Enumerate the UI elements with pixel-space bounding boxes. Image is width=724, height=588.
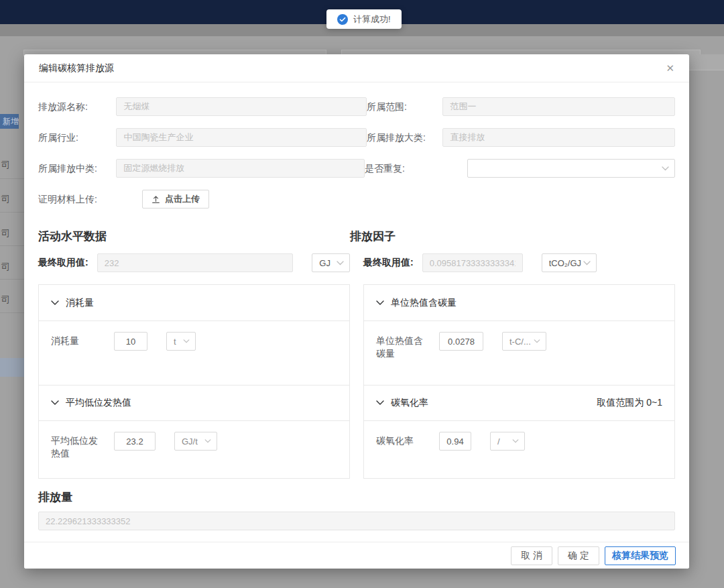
major-category-input — [442, 128, 675, 147]
chevron-down-icon — [583, 261, 591, 266]
background-row-text: 司 — [1, 193, 24, 205]
cancel-button[interactable]: 取 消 — [511, 546, 552, 565]
value-range-note: 取值范围为 0~1 — [597, 397, 662, 409]
scope-input — [442, 97, 675, 116]
consumption-section-header[interactable]: 消耗量 — [39, 285, 349, 321]
oxidation-rate-section-header[interactable]: 碳氧化率 取值范围为 0~1 — [364, 385, 674, 421]
heating-value-unit-select[interactable]: GJ/t — [174, 432, 217, 451]
oxidation-rate-body: 碳氧化率 / — [364, 421, 674, 478]
preview-result-button[interactable]: 核算结果预览 — [605, 546, 676, 565]
field-label: 所属行业: — [38, 128, 116, 147]
chevron-down-icon — [337, 261, 344, 266]
dialog-header: 编辑碳核算排放源 ✕ — [24, 54, 689, 82]
heating-value-section-header[interactable]: 平均低位发热值 — [39, 385, 349, 421]
consumption-unit-select[interactable]: t — [166, 332, 196, 351]
final-value-label: 最终取用值: — [38, 257, 88, 269]
oxidation-rate-unit-select[interactable]: / — [490, 432, 525, 451]
background-row-divider — [0, 212, 24, 213]
select-value: / — [497, 436, 512, 447]
field-upload: 证明材料上传: 点击上传 — [38, 190, 367, 209]
row-label: 消耗量 — [51, 332, 105, 347]
emission-result-input — [38, 512, 675, 530]
final-values-row: 最终取用值: GJ 最终取用值: tCO₂/GJ — [38, 253, 675, 284]
chevron-down-icon — [534, 339, 540, 343]
field-label: 是否重复: — [365, 159, 467, 178]
field-label: 所属范围: — [367, 97, 442, 116]
section-header-label: 平均低位发热值 — [66, 397, 131, 409]
activity-final-value: 最终取用值: GJ — [38, 253, 350, 272]
select-value: t-C/... — [509, 337, 534, 347]
chevron-down-icon — [376, 300, 384, 306]
background-selected-row — [0, 358, 24, 377]
industry-input — [116, 128, 367, 147]
background-row-divider — [0, 245, 24, 246]
field-major-category: 所属排放大类: — [367, 128, 675, 147]
screen: 新增 司 司 司 司 司 计算成功! 编辑碳核算排放源 ✕ 排放源名称: — [0, 0, 724, 588]
source-name-input — [116, 97, 367, 116]
field-is-duplicate: 是否重复: — [365, 159, 675, 178]
factor-panel: 单位热值含碳量 单位热值含碳量 t-C/... 碳氧化率 取值范围为 0~1 — [363, 284, 675, 479]
heating-value-input[interactable] — [114, 432, 156, 451]
background-table-fragment — [689, 54, 724, 70]
carbon-content-body: 单位热值含碳量 t-C/... — [364, 321, 674, 385]
section-titles: 活动水平数据 排放因子 — [38, 226, 675, 253]
detail-panels: 消耗量 消耗量 t 平均低位发热值 — [38, 284, 675, 479]
row-label: 平均低位发热值 — [51, 432, 105, 460]
emission-section-title: 排放量 — [38, 489, 675, 505]
form-row: 所属行业: 所属排放大类: — [38, 128, 675, 147]
activity-unit-select[interactable]: GJ — [312, 253, 350, 272]
chevron-down-icon — [376, 400, 384, 406]
success-toast: 计算成功! — [326, 9, 402, 29]
carbon-content-unit-select[interactable]: t-C/... — [502, 332, 546, 351]
background-add-button: 新增 — [0, 114, 19, 129]
form-row: 所属排放中类: 是否重复: — [38, 159, 675, 178]
background-row-text: 司 — [1, 227, 24, 239]
row-label: 碳氧化率 — [376, 432, 430, 447]
background-row-divider — [0, 312, 24, 313]
confirm-button[interactable]: 确 定 — [558, 546, 599, 565]
activity-panel: 消耗量 消耗量 t 平均低位发热值 — [38, 284, 350, 479]
field-label: 证明材料上传: — [38, 190, 142, 209]
chevron-down-icon — [512, 439, 519, 443]
background-row-divider — [0, 178, 24, 179]
factor-final-value: 最终取用值: tCO₂/GJ — [363, 253, 675, 272]
middle-category-input — [116, 159, 365, 178]
toast-message: 计算成功! — [353, 13, 391, 25]
field-source-name: 排放源名称: — [38, 97, 367, 116]
form-row: 排放源名称: 所属范围: — [38, 97, 675, 116]
background-row-text: 司 — [1, 261, 24, 273]
chevron-down-icon — [183, 339, 190, 343]
carbon-content-input[interactable] — [439, 332, 483, 351]
factor-final-input — [422, 253, 523, 272]
chevron-down-icon — [51, 400, 59, 406]
activity-section-title: 活动水平数据 — [38, 229, 350, 244]
close-icon[interactable]: ✕ — [666, 63, 674, 73]
select-value: t — [174, 337, 183, 347]
background-row-text: 司 — [1, 294, 24, 306]
dialog-footer: 取 消 确 定 核算结果预览 — [24, 542, 689, 569]
consumption-body: 消耗量 t — [39, 321, 349, 385]
select-value: GJ/t — [182, 436, 204, 447]
heating-value-body: 平均低位发热值 GJ/t — [39, 421, 349, 478]
chevron-down-icon — [662, 166, 669, 171]
final-value-label: 最终取用值: — [363, 257, 414, 269]
background-row-divider — [0, 279, 24, 280]
dialog-title: 编辑碳核算排放源 — [39, 62, 114, 74]
consumption-input[interactable] — [114, 332, 147, 351]
chevron-down-icon — [51, 300, 59, 306]
edit-emission-source-dialog: 编辑碳核算排放源 ✕ 排放源名称: 所属范围: 所属行业: — [24, 54, 689, 569]
dialog-body: 排放源名称: 所属范围: 所属行业: 所属排放大类: — [24, 82, 689, 530]
background-row-text: 司 — [1, 159, 24, 171]
upload-icon — [152, 195, 160, 204]
is-duplicate-select[interactable] — [467, 159, 675, 178]
section-header-label: 碳氧化率 — [391, 397, 428, 409]
oxidation-rate-input[interactable] — [439, 432, 471, 451]
field-industry: 所属行业: — [38, 128, 367, 147]
upload-button[interactable]: 点击上传 — [142, 190, 209, 209]
carbon-content-section-header[interactable]: 单位热值含碳量 — [364, 285, 674, 321]
chevron-down-icon — [204, 439, 211, 443]
section-header-label: 消耗量 — [66, 297, 94, 309]
field-label: 排放源名称: — [38, 97, 116, 116]
form-row: 证明材料上传: 点击上传 — [38, 190, 675, 209]
factor-unit-select[interactable]: tCO₂/GJ — [542, 253, 597, 272]
